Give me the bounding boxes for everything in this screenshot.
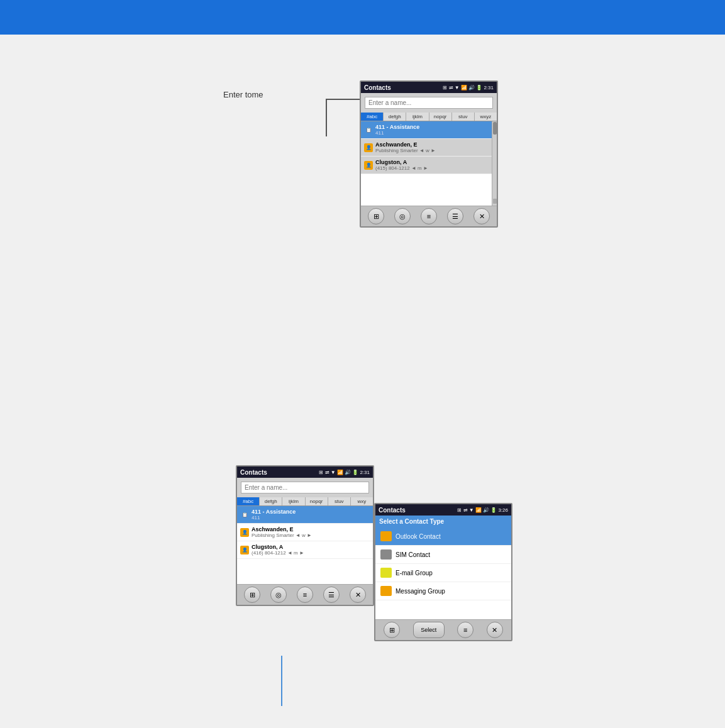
phone1-toolbar-menu[interactable]: ☰ xyxy=(447,208,463,224)
phone2-status-bar: Contacts ⊞ ⇌ ▼ 📶 🔊 🔋 2:31 xyxy=(237,466,373,478)
phone2-search-wrapper xyxy=(237,478,373,497)
phone2-toolbar-menu[interactable]: ☰ xyxy=(323,587,340,603)
phone2-toolbar-back[interactable]: ◎ xyxy=(270,587,287,603)
phone1-title: Contacts xyxy=(364,84,391,91)
phone3-sim-icon xyxy=(380,549,392,560)
phone1-status-icons: ⊞ ⇌ ▼ 📶 🔊 🔋 2:31 xyxy=(443,85,494,91)
phone2-contact-1-icon: 👤 xyxy=(240,528,249,537)
phone1-scroll-area: 📋 411 - Assistance 411 👤 Aschwanden, E P… xyxy=(361,121,497,206)
phone2-empty-space xyxy=(237,559,373,584)
phone3-toolbar-start[interactable]: ⊞ xyxy=(384,622,400,638)
phone1-icons-text: ⊞ ⇌ ▼ 📶 🔊 🔋 xyxy=(443,85,482,91)
phone3-time: 3:26 xyxy=(498,507,508,513)
phone1-contact-0-detail: 411 xyxy=(375,130,419,136)
phone2-toolbar-start[interactable]: ⊞ xyxy=(244,587,260,603)
phone2-contact-2-nav[interactable]: ◄ m ► xyxy=(287,550,304,556)
phone3-type-messaging[interactable]: Messaging Group xyxy=(375,582,511,600)
phone1-alpha-tabs: #abc defgh ijklm nopqr stuv wxyz xyxy=(361,113,497,121)
phone2-tab-abc[interactable]: #abc xyxy=(237,497,260,505)
phone2-tab-stuv[interactable]: stuv xyxy=(328,497,351,505)
phone1-status-bar: Contacts ⊞ ⇌ ▼ 📶 🔊 🔋 2:31 xyxy=(361,82,497,93)
phone1-contact-0-icon: 📋 xyxy=(364,126,373,135)
phone1-search-wrapper xyxy=(361,93,497,113)
phone2-contact-0-info: 411 - Assistance 411 xyxy=(252,509,296,521)
phone2-contact-1-info: Aschwanden, E Publishing Smarter ◄ w ► xyxy=(252,526,312,538)
phone3-type-email[interactable]: E-mail Group xyxy=(375,564,511,582)
phone2-toolbar-keyboard[interactable]: ≡ xyxy=(297,587,313,603)
phone1-contact-1[interactable]: 👤 Aschwanden, E Publishing Smarter ◄ w ► xyxy=(361,139,492,157)
phone3-status-icons: ⊞ ⇌ ▼ 📶 🔊 🔋 3:26 xyxy=(457,507,508,513)
phone2-contact-1-name: Aschwanden, E xyxy=(252,526,312,532)
phone1-toolbar: ⊞ ◎ ≡ ☰ ✕ xyxy=(361,206,497,226)
phone2-contact-2-info: Clugston, A (416) 804-1212 ◄ m ► xyxy=(252,544,304,556)
phone1-contact-1-icon: 👤 xyxy=(364,143,373,152)
phone2-icons-text: ⊞ ⇌ ▼ 📶 🔊 🔋 xyxy=(319,470,358,475)
phone1-tab-nopqr[interactable]: nopqr xyxy=(429,113,452,121)
phone2-contact-2[interactable]: 👤 Clugston, A (416) 804-1212 ◄ m ► xyxy=(237,541,373,559)
phone3-outlook-label: Outlook Contact xyxy=(396,533,441,540)
connector-line xyxy=(281,656,282,706)
phone1-toolbar-back[interactable]: ◎ xyxy=(394,208,411,224)
phone2-contact-1-nav[interactable]: ◄ w ► xyxy=(296,532,312,538)
phone3-toolbar-keyboard[interactable]: ≡ xyxy=(457,622,473,638)
phone1-contact-0[interactable]: 📋 411 - Assistance 411 xyxy=(361,121,492,139)
phone1-empty-space xyxy=(361,174,492,206)
phone1-tab-stuv[interactable]: stuv xyxy=(452,113,475,121)
phone-screen-3: Contacts ⊞ ⇌ ▼ 📶 🔊 🔋 3:26 Select a Conta… xyxy=(374,503,512,641)
phone3-icons-text: ⊞ ⇌ ▼ 📶 🔊 🔋 xyxy=(457,507,497,513)
phone2-title: Contacts xyxy=(240,469,267,476)
phone3-sim-label: SIM Contact xyxy=(396,551,430,558)
phone1-tab-ijklm[interactable]: ijklm xyxy=(406,113,429,121)
phone-screen-2: Contacts ⊞ ⇌ ▼ 📶 🔊 🔋 2:31 #abc defgh ijk… xyxy=(236,465,374,606)
phone1-contact-2-nav[interactable]: ◄ m ► xyxy=(411,165,428,171)
phone1-search-input[interactable] xyxy=(365,97,493,109)
phone1-contact-1-name: Aschwanden, E xyxy=(375,141,436,148)
phone1-contact-list: 📋 411 - Assistance 411 👤 Aschwanden, E P… xyxy=(361,121,492,206)
phone2-tab-ijklm[interactable]: ijklm xyxy=(282,497,305,505)
phone1-contact-2-info: Clugston, A (415) 804-1212 ◄ m ► xyxy=(375,159,428,171)
phone1-toolbar-keyboard[interactable]: ≡ xyxy=(421,208,437,224)
phone1-tab-wxyz[interactable]: wxyz xyxy=(475,113,497,121)
phone1-time: 2:31 xyxy=(484,85,494,91)
phone1-scrollbar[interactable] xyxy=(492,121,497,206)
phone1-toolbar-start[interactable]: ⊞ xyxy=(368,208,384,224)
phone1-scrollbar-thumb xyxy=(493,122,497,135)
phone3-status-bar: Contacts ⊞ ⇌ ▼ 📶 🔊 🔋 3:26 xyxy=(375,504,511,516)
phone2-contact-2-name: Clugston, A xyxy=(252,544,304,550)
phone3-title: Contacts xyxy=(379,507,406,514)
phone3-msg-icon xyxy=(380,586,392,596)
phone2-alpha-tabs: #abc defgh ijklm nopqr stuv wxy xyxy=(237,497,373,506)
phone3-toolbar-select[interactable]: Select xyxy=(413,622,445,638)
phone3-msg-label: Messaging Group xyxy=(396,588,445,595)
phone1-contact-2-name: Clugston, A xyxy=(375,159,428,165)
phone1-toolbar-close[interactable]: ✕ xyxy=(473,208,490,224)
annotation-line-v xyxy=(326,99,327,136)
phone2-tab-nopqr[interactable]: nopqr xyxy=(306,497,328,505)
phone1-contact-0-name: 411 - Assistance xyxy=(375,124,419,130)
phone1-tab-abc[interactable]: #abc xyxy=(361,113,384,121)
phone1-tab-defgh[interactable]: defgh xyxy=(384,113,406,121)
phone2-contact-list: 📋 411 - Assistance 411 👤 Aschwanden, E P… xyxy=(237,506,373,584)
phone2-toolbar-close[interactable]: ✕ xyxy=(350,587,366,603)
phone2-contact-0-name: 411 - Assistance xyxy=(252,509,296,515)
phone2-toolbar: ⊞ ◎ ≡ ☰ ✕ xyxy=(237,584,373,605)
phone2-tab-wxy[interactable]: wxy xyxy=(351,497,373,505)
phone3-type-sim[interactable]: SIM Contact xyxy=(375,546,511,564)
phone3-empty-space xyxy=(375,600,511,619)
phone1-contact-1-info: Aschwanden, E Publishing Smarter ◄ w ► xyxy=(375,141,436,153)
phone1-contact-2[interactable]: 👤 Clugston, A (415) 804-1212 ◄ m ► xyxy=(361,157,492,174)
phone2-search-input[interactable] xyxy=(241,482,369,494)
phone2-time: 2:31 xyxy=(360,470,370,475)
phone2-contact-0-icon: 📋 xyxy=(240,510,249,519)
phone2-contact-0-detail: 411 xyxy=(252,515,296,521)
annotation-text: Enter tome xyxy=(223,90,263,99)
phone3-type-outlook[interactable]: Outlook Contact xyxy=(375,527,511,546)
phone1-contact-1-nav[interactable]: ◄ w ► xyxy=(419,148,436,153)
phone2-contact-1[interactable]: 👤 Aschwanden, E Publishing Smarter ◄ w ► xyxy=(237,524,373,541)
phone2-contact-0[interactable]: 📋 411 - Assistance 411 xyxy=(237,506,373,524)
phone2-tab-defgh[interactable]: defgh xyxy=(260,497,282,505)
phone3-toolbar-close[interactable]: ✕ xyxy=(487,622,503,638)
phone1-scroll-down[interactable] xyxy=(493,199,497,204)
phone2-contact-2-detail: (416) 804-1212 ◄ m ► xyxy=(252,550,304,556)
phone3-outlook-icon xyxy=(380,531,392,541)
